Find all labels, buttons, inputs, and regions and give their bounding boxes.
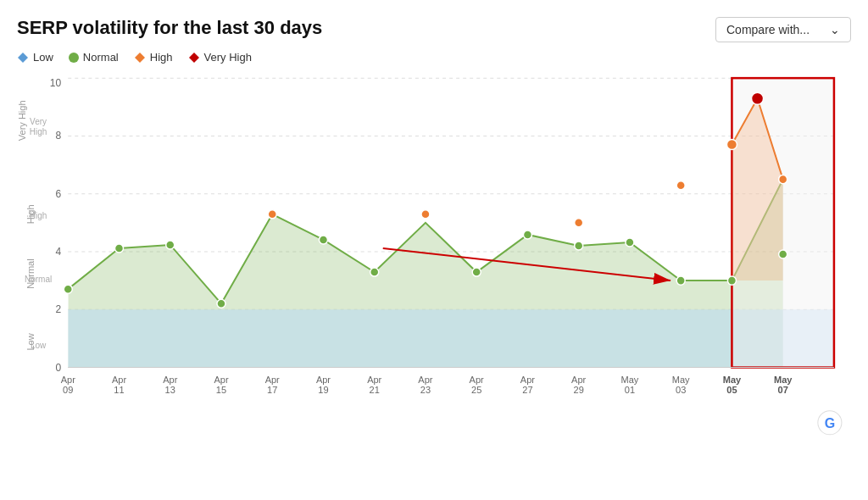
main-container: SERP volatility for the last 30 days Com… [0, 0, 868, 500]
legend-low-label: Low [33, 51, 53, 64]
svg-text:2: 2 [56, 303, 62, 315]
svg-text:10: 10 [50, 77, 62, 89]
svg-text:High: High [30, 211, 47, 220]
svg-point-49 [779, 250, 787, 258]
svg-text:Normal: Normal [25, 275, 52, 284]
svg-text:17: 17 [267, 385, 277, 395]
svg-text:07: 07 [778, 385, 788, 395]
svg-text:Apr: Apr [571, 375, 586, 385]
svg-text:11: 11 [114, 385, 124, 395]
svg-text:15: 15 [216, 385, 226, 395]
svg-rect-27 [68, 309, 834, 367]
svg-text:13: 13 [165, 385, 175, 395]
svg-point-38 [114, 244, 123, 253]
svg-text:21: 21 [370, 385, 380, 395]
svg-point-46 [626, 238, 634, 247]
svg-point-48 [727, 276, 736, 285]
svg-text:Apr: Apr [470, 375, 484, 385]
svg-text:Very: Very [30, 117, 47, 126]
svg-text:8: 8 [56, 130, 62, 142]
svg-text:19: 19 [318, 385, 328, 395]
header-row: SERP volatility for the last 30 days Com… [17, 17, 851, 42]
chart-area: 0 2 4 6 8 10 Low Normal High Very High L… [17, 70, 851, 443]
very-high-icon [188, 52, 200, 64]
svg-marker-2 [189, 53, 199, 63]
legend-low: Low [17, 51, 53, 64]
svg-point-32 [421, 210, 430, 219]
svg-text:Apr: Apr [214, 375, 228, 385]
legend: Low Normal High Very High [17, 51, 851, 64]
svg-text:Apr: Apr [265, 375, 280, 385]
high-icon [134, 52, 146, 64]
legend-very-high-label: Very High [204, 51, 252, 64]
svg-point-43 [472, 268, 481, 276]
svg-point-33 [676, 181, 685, 190]
svg-point-50 [575, 219, 583, 227]
legend-very-high: Very High [188, 51, 252, 64]
low-icon [17, 52, 29, 64]
legend-normal-label: Normal [83, 51, 119, 64]
svg-text:05: 05 [726, 385, 737, 395]
chevron-down-icon: ⌄ [830, 23, 840, 36]
svg-text:01: 01 [625, 385, 635, 395]
svg-text:Apr: Apr [61, 375, 75, 385]
svg-text:03: 03 [676, 385, 686, 395]
svg-text:May: May [723, 375, 742, 385]
svg-marker-0 [18, 53, 28, 63]
svg-point-31 [268, 210, 276, 219]
svg-text:6: 6 [56, 188, 62, 200]
svg-point-47 [676, 276, 685, 285]
svg-text:High: High [30, 127, 47, 136]
svg-point-35 [779, 175, 787, 184]
compare-button[interactable]: Compare with... ⌄ [715, 17, 851, 42]
svg-point-36 [752, 92, 764, 104]
legend-high-label: High [150, 51, 173, 64]
svg-point-44 [523, 231, 531, 239]
svg-point-34 [726, 139, 737, 149]
svg-point-37 [64, 285, 72, 293]
svg-text:29: 29 [574, 385, 584, 395]
svg-text:Apr: Apr [112, 375, 126, 385]
legend-high: High [134, 51, 173, 64]
svg-text:Apr: Apr [418, 375, 432, 385]
svg-text:Apr: Apr [520, 375, 535, 385]
svg-text:4: 4 [56, 246, 62, 258]
svg-text:Apr: Apr [367, 375, 381, 385]
svg-text:Very High: Very High [17, 100, 27, 141]
svg-text:May: May [621, 375, 639, 385]
svg-point-39 [166, 241, 175, 249]
svg-text:0: 0 [56, 362, 62, 374]
svg-point-41 [319, 236, 327, 244]
normal-dot-icon [69, 53, 79, 63]
svg-text:Low: Low [31, 341, 47, 350]
svg-text:Normal: Normal [25, 258, 36, 289]
svg-text:Apr: Apr [163, 375, 177, 385]
svg-text:25: 25 [471, 385, 481, 395]
svg-marker-1 [135, 53, 145, 63]
svg-text:G: G [825, 415, 835, 431]
svg-text:May: May [672, 375, 690, 385]
svg-point-40 [217, 299, 225, 308]
svg-text:23: 23 [420, 385, 431, 395]
svg-text:May: May [774, 375, 793, 385]
svg-text:09: 09 [63, 385, 73, 395]
svg-text:27: 27 [522, 385, 532, 395]
page-title: SERP volatility for the last 30 days [17, 17, 322, 39]
legend-normal: Normal [69, 51, 119, 64]
svg-text:Apr: Apr [316, 375, 331, 385]
chart-svg: 0 2 4 6 8 10 Low Normal High Very High L… [17, 70, 851, 443]
compare-label: Compare with... [726, 23, 810, 36]
svg-point-42 [370, 268, 379, 276]
svg-point-45 [575, 242, 583, 250]
